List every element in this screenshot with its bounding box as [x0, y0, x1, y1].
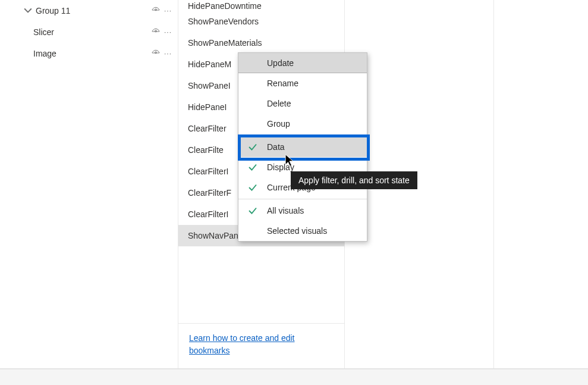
right-edge-area [494, 0, 588, 368]
bookmark-label: ClearFilterI [188, 209, 228, 219]
selection-item-image[interactable]: Image ··· [0, 43, 178, 64]
svg-point-0 [155, 8, 157, 10]
check-icon [247, 181, 259, 193]
check-icon [247, 205, 259, 217]
more-icon[interactable]: ··· [164, 28, 172, 36]
more-icon[interactable]: ··· [164, 7, 172, 15]
menu-item-label: Display [267, 162, 294, 172]
selection-item-label: Group 11 [36, 6, 151, 15]
menu-item-label: Selected visuals [267, 226, 327, 236]
tooltip-text: Apply filter, drill, and sort state [298, 176, 410, 185]
bookmark-label: HidePaneM [188, 60, 231, 69]
menu-item-group[interactable]: Group [238, 114, 367, 134]
menu-item-data[interactable]: Data [238, 137, 367, 157]
bookmark-item[interactable]: ShowPaneVendors [178, 11, 344, 32]
bookmark-label: ClearFilter [188, 124, 227, 133]
selection-item-label: Slicer [33, 27, 151, 37]
bookmark-label: ClearFilte [188, 145, 224, 155]
menu-item-label: Update [267, 58, 294, 68]
menu-item-label: Delete [267, 99, 291, 108]
check-icon [247, 141, 259, 153]
svg-point-1 [155, 30, 157, 32]
check-icon [247, 161, 259, 173]
visibility-icon[interactable] [151, 5, 161, 17]
bookmark-label: ShowPaneI [188, 81, 231, 90]
status-bar [0, 369, 588, 385]
bookmark-label: HidePaneDowntime [188, 1, 262, 11]
menu-item-update[interactable]: Update [238, 53, 367, 73]
chevron-down-icon [24, 7, 32, 15]
learn-bookmarks-link[interactable]: Learn how to create and edit bookmarks [189, 333, 294, 355]
menu-item-label: All visuals [267, 206, 304, 215]
menu-item-all-visuals[interactable]: All visuals [238, 201, 367, 221]
learn-link-container: Learn how to create and edit bookmarks [178, 323, 344, 368]
bookmark-label: HidePaneI [188, 102, 227, 112]
tooltip: Apply filter, drill, and sort state [291, 171, 417, 189]
selection-item-label: Image [33, 49, 151, 58]
more-icon[interactable]: ··· [164, 49, 172, 58]
menu-item-rename[interactable]: Rename [238, 73, 367, 93]
selection-item-slicer[interactable]: Slicer ··· [0, 21, 178, 43]
bookmark-label: ShowPaneMaterials [188, 38, 262, 48]
selection-item-group11[interactable]: Group 11 ··· [0, 0, 178, 21]
svg-point-2 [155, 51, 157, 53]
menu-item-selected-visuals[interactable]: Selected visuals [238, 221, 367, 241]
selection-panel: Group 11 ··· Slicer ··· Image [0, 0, 178, 368]
bookmark-label: ShowNavPanel [188, 231, 245, 240]
menu-item-label: Group [267, 119, 290, 129]
menu-item-delete[interactable]: Delete [238, 93, 367, 114]
menu-separator [238, 135, 367, 136]
menu-item-label: Data [267, 142, 285, 152]
visibility-icon[interactable] [151, 27, 161, 38]
bookmark-label: ClearFilterF [188, 188, 231, 198]
bookmark-context-menu: Update Rename Delete Group Data Display … [238, 52, 367, 242]
menu-item-label: Rename [267, 79, 298, 88]
menu-separator [238, 199, 367, 199]
bookmark-label: ClearFilterI [188, 167, 228, 176]
bookmark-label: ShowPaneVendors [188, 17, 259, 26]
bookmark-item[interactable]: ShowPaneMaterials [178, 32, 344, 54]
bookmark-item[interactable]: HidePaneDowntime [178, 0, 344, 11]
visibility-icon[interactable] [151, 48, 161, 60]
